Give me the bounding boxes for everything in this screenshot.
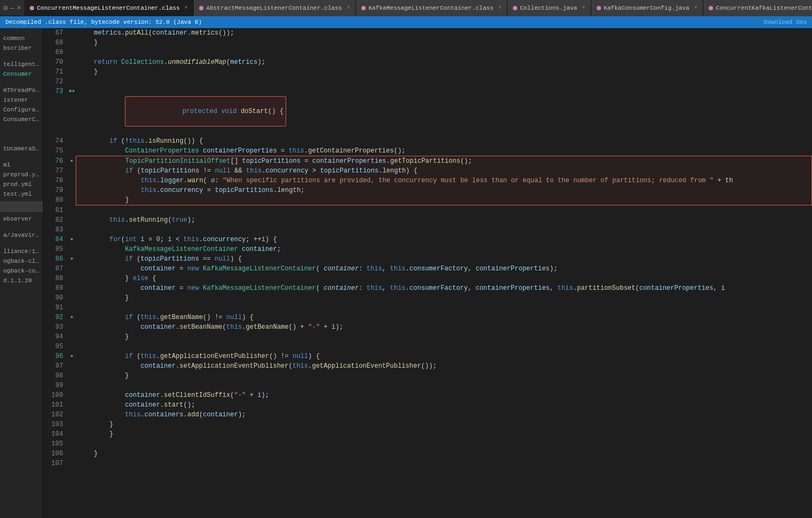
line-code: this.logger.warn( o: "When specific part… — [76, 176, 812, 185]
table-row: 87 container = new KafkaMessageListenerC… — [43, 264, 812, 274]
line-number: 91 — [43, 303, 68, 313]
line-code: container.setBeanName(this.getBeanName()… — [76, 322, 812, 332]
tab-close-button[interactable]: × — [694, 5, 697, 11]
sidebar-item-configuration[interactable]: Configuration — [0, 105, 43, 115]
sidebar-item-ucamerat[interactable]: tUcameraSut — [0, 144, 43, 154]
sidebar-item-consumercor[interactable]: ConsumerCor — [0, 115, 43, 124]
table-row: 99 — [43, 381, 812, 390]
line-code: protected void doStart() { — [76, 87, 812, 136]
tab-kafka-consumer-config[interactable]: KafkaConsumerConfig.java × — [591, 0, 703, 16]
line-number: 88 — [43, 274, 68, 283]
sidebar-collapsed — [0, 201, 43, 212]
line-code: if (topicPartitions != null && this.conc… — [76, 166, 812, 176]
table-row: 104 } — [43, 429, 812, 439]
sidebar-item-test[interactable]: test.yml — [0, 189, 43, 199]
sidebar-item-webserver[interactable]: ebserver — [0, 214, 43, 224]
line-number: 72 — [43, 77, 68, 87]
line-marker — [68, 332, 76, 342]
line-code: } — [76, 449, 812, 459]
sidebar-item-ml[interactable]: ml — [0, 160, 43, 170]
minimize-icon[interactable]: — — [10, 4, 14, 12]
tab-label: Collections.java — [520, 5, 577, 11]
tab-file-icon — [597, 6, 601, 10]
tab-label: ConcurrentKafkaListenerContainerFactory.… — [716, 5, 812, 11]
line-code — [76, 303, 812, 313]
line-marker — [68, 459, 76, 468]
line-number: 83 — [43, 225, 68, 235]
code-area[interactable]: 67 metrics.putAll(container.metrics()); … — [43, 28, 812, 518]
line-marker — [68, 57, 76, 67]
sidebar-item-subscriber[interactable]: bscriber — [0, 43, 43, 53]
table-row: 68 } — [43, 38, 812, 48]
sidebar-item-alliance[interactable]: lliance:1.0 — [0, 247, 43, 256]
sidebar-item-listener[interactable]: istener — [0, 95, 43, 105]
line-marker — [68, 390, 76, 400]
line-marker — [68, 283, 76, 293]
tab-label: AbstractMessageListenerContainer.class — [206, 5, 342, 11]
tab-kafka-message[interactable]: KafkaMessageListenerContainer.class × — [356, 0, 507, 16]
line-number: 96 — [43, 351, 68, 361]
sidebar-item-javavirtual[interactable]: a/JavaVirtual — [0, 230, 43, 240]
line-code: this.setRunning(true); — [76, 215, 812, 225]
table-row: 77 if (topicPartitions != null && this.c… — [43, 166, 812, 176]
line-marker — [68, 342, 76, 351]
info-bar: Decompiled .class file, bytecode version… — [0, 16, 812, 28]
line-marker — [68, 38, 76, 48]
line-number: 68 — [43, 38, 68, 48]
table-row: 85 KafkaMessageListenerContainer contain… — [43, 244, 812, 254]
table-row: 67 metrics.putAll(container.metrics()); — [43, 28, 812, 38]
line-number: 90 — [43, 293, 68, 303]
line-marker — [68, 215, 76, 225]
line-marker — [68, 205, 76, 216]
line-marker — [68, 381, 76, 390]
line-marker — [68, 322, 76, 332]
line-marker — [68, 293, 76, 303]
line-code: if (this.getBeanName() != null) { — [76, 313, 812, 322]
download-source-link[interactable]: Download Sou — [764, 19, 807, 25]
tab-close-button[interactable]: × — [347, 5, 350, 11]
sidebar-item-intelligent[interactable]: telligent.ucar — [0, 59, 43, 69]
table-row: 73 ● protected void doStart() { — [43, 87, 812, 136]
line-number: 97 — [43, 361, 68, 371]
sidebar-item-prod[interactable]: prod.yml — [0, 180, 43, 189]
sidebar-item-logback-version[interactable]: d.1.1.20 — [0, 276, 43, 285]
sidebar-item-logback-core[interactable]: ogback-core — [0, 266, 43, 276]
tab-close-button[interactable]: × — [498, 5, 501, 11]
line-code — [76, 48, 812, 57]
sidebar-item-preprod[interactable]: preprod.yml — [0, 170, 43, 180]
line-number: 81 — [43, 205, 68, 216]
line-marker — [68, 166, 76, 176]
sidebar-item-common[interactable]: common — [0, 34, 43, 43]
line-marker — [68, 146, 76, 156]
line-marker — [68, 156, 76, 167]
settings-icon[interactable]: ⚙ — [3, 3, 8, 12]
close-icon[interactable]: × — [17, 4, 21, 12]
line-number: 84 — [43, 235, 68, 244]
line-code: } — [76, 332, 812, 342]
sidebar-item-threadpool[interactable]: mThreadPool — [0, 85, 43, 95]
line-code: ContainerProperties containerProperties … — [76, 146, 812, 156]
tab-close-button[interactable]: × — [184, 5, 188, 11]
line-marker — [68, 400, 76, 410]
line-marker — [68, 351, 76, 361]
tab-abstract-message[interactable]: AbstractMessageListenerContainer.class × — [194, 0, 356, 16]
table-row: 105 — [43, 439, 812, 449]
table-row: 88 } else { — [43, 274, 812, 283]
line-number: 93 — [43, 322, 68, 332]
line-code: return Collections.unmodifiableMap(metri… — [76, 57, 812, 67]
sidebar-item-consumer[interactable]: Consumer — [0, 69, 43, 79]
line-marker — [68, 67, 76, 77]
line-number: 98 — [43, 371, 68, 381]
table-row: 78 this.logger.warn( o: "When specific p… — [43, 176, 812, 185]
line-number: 82 — [43, 215, 68, 225]
line-marker — [68, 48, 76, 57]
line-number: 77 — [43, 166, 68, 176]
table-row: 97 container.setApplicationEventPublishe… — [43, 361, 812, 371]
line-code: } — [76, 420, 812, 429]
tab-concurrent-message[interactable]: ConcurrentMessageListenerContainer.class… — [24, 0, 194, 16]
tab-collections[interactable]: Collections.java × — [507, 0, 591, 16]
sidebar-item-logback-class[interactable]: ogback-class — [0, 256, 43, 266]
line-marker — [68, 420, 76, 429]
tab-concurrent-kafka[interactable]: ConcurrentKafkaListenerContainerFactory.… — [703, 0, 812, 16]
tab-close-button[interactable]: × — [582, 5, 585, 11]
